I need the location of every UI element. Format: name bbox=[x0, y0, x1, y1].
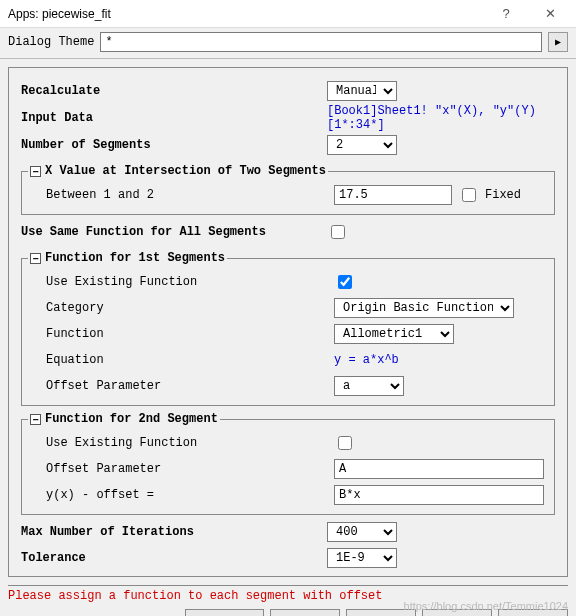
x-intersection-group: −X Value at Intersection of Two Segments… bbox=[21, 164, 555, 215]
f1-use-existing-checkbox[interactable] bbox=[338, 275, 352, 289]
theme-menu-button[interactable]: ▶ bbox=[548, 32, 568, 52]
collapse-icon[interactable]: − bbox=[30, 414, 41, 425]
between-label: Between 1 and 2 bbox=[28, 188, 328, 202]
f2-yx-input[interactable] bbox=[334, 485, 544, 505]
function-2-group: −Function for 2nd Segment Use Existing F… bbox=[21, 412, 555, 515]
fixed-checkbox[interactable] bbox=[462, 188, 476, 202]
window-title: Apps: piecewise_fit bbox=[8, 7, 484, 21]
f2-offset-input[interactable] bbox=[334, 459, 544, 479]
input-data-value[interactable]: [Book1]Sheet1! "x"(X), "y"(Y) [1*:34*] bbox=[327, 104, 555, 132]
fixed-label: Fixed bbox=[485, 188, 521, 202]
button-row: Parameters 1 Iter. Fit OK Cancel bbox=[0, 603, 576, 616]
f1-function-select[interactable]: Allometric1 bbox=[334, 324, 454, 344]
fit-button[interactable]: Fit bbox=[346, 609, 416, 616]
cancel-button[interactable]: Cancel bbox=[498, 609, 568, 616]
f2-yx-label: y(x) - offset = bbox=[28, 488, 328, 502]
tolerance-label: Tolerance bbox=[21, 551, 321, 565]
f2-use-existing-label: Use Existing Function bbox=[28, 436, 328, 450]
input-data-label: Input Data bbox=[21, 111, 321, 125]
dialog-body: Recalculate Manual Input Data [Book1]She… bbox=[8, 67, 568, 577]
same-func-label: Use Same Function for All Segments bbox=[21, 225, 321, 239]
f1-equation-value: y = a*x^b bbox=[334, 353, 399, 367]
f1-category-select[interactable]: Origin Basic Functions bbox=[334, 298, 514, 318]
one-iter-button[interactable]: 1 Iter. bbox=[270, 609, 340, 616]
f1-offset-select[interactable]: a bbox=[334, 376, 404, 396]
parameters-button[interactable]: Parameters bbox=[185, 609, 264, 616]
num-segments-label: Number of Segments bbox=[21, 138, 321, 152]
between-input[interactable] bbox=[334, 185, 452, 205]
collapse-icon[interactable]: − bbox=[30, 166, 41, 177]
f2-use-existing-checkbox[interactable] bbox=[338, 436, 352, 450]
f1-offset-label: Offset Parameter bbox=[28, 379, 328, 393]
f1-function-label: Function bbox=[28, 327, 328, 341]
recalculate-label: Recalculate bbox=[21, 84, 321, 98]
same-func-checkbox[interactable] bbox=[331, 225, 345, 239]
collapse-icon[interactable]: − bbox=[30, 253, 41, 264]
error-message: Please assign a function to each segment… bbox=[8, 585, 568, 603]
f1-category-label: Category bbox=[28, 301, 328, 315]
tolerance-select[interactable]: 1E-9 bbox=[327, 548, 397, 568]
max-iter-select[interactable]: 400 bbox=[327, 522, 397, 542]
close-icon[interactable]: ✕ bbox=[528, 0, 572, 28]
recalculate-select[interactable]: Manual bbox=[327, 81, 397, 101]
titlebar: Apps: piecewise_fit ? ✕ bbox=[0, 0, 576, 28]
num-segments-select[interactable]: 2 bbox=[327, 135, 397, 155]
dialog-theme-label: Dialog Theme bbox=[8, 35, 94, 49]
dialog-theme-input[interactable] bbox=[100, 32, 542, 52]
ok-button[interactable]: OK bbox=[422, 609, 492, 616]
function-1-group: −Function for 1st Segments Use Existing … bbox=[21, 251, 555, 406]
max-iter-label: Max Number of Iterations bbox=[21, 525, 321, 539]
help-icon[interactable]: ? bbox=[484, 0, 528, 28]
f1-equation-label: Equation bbox=[28, 353, 328, 367]
f1-use-existing-label: Use Existing Function bbox=[28, 275, 328, 289]
dialog-theme-row: Dialog Theme ▶ bbox=[0, 28, 576, 59]
f2-offset-label: Offset Parameter bbox=[28, 462, 328, 476]
